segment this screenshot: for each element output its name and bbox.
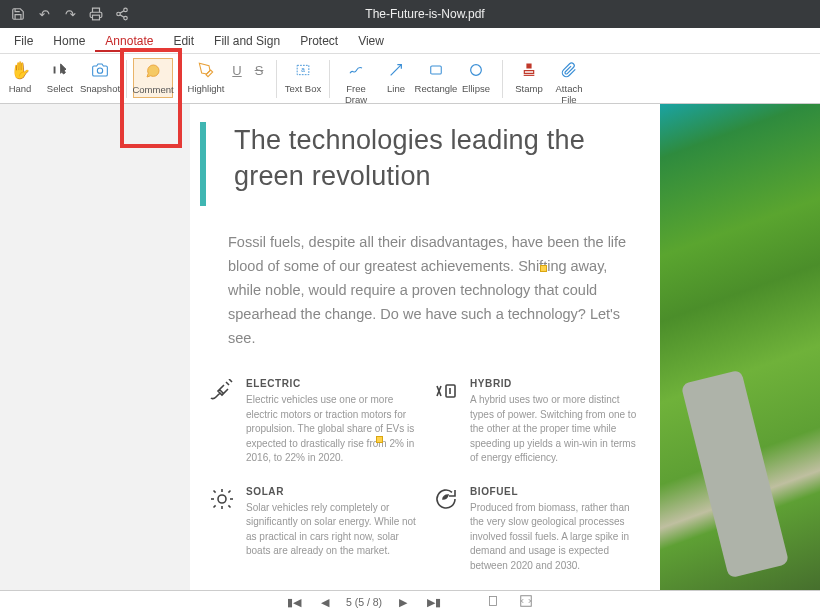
section-heading: HYBRID [470,378,640,389]
tool-label: Text Box [285,83,321,94]
tool-freedraw[interactable]: Free Draw [336,58,376,107]
section-body: Produced from biomass, rather than the v… [470,501,640,574]
last-page-button[interactable]: ▶▮ [424,596,444,608]
menu-home[interactable]: Home [43,30,95,52]
menu-fill-and-sign[interactable]: Fill and Sign [204,30,290,52]
document-page[interactable]: The technologies leading the green revol… [190,104,660,590]
toolbar-divider [502,60,503,98]
comment-icon [144,61,162,81]
toolbar-divider [329,60,330,98]
menu-file[interactable]: File [4,30,43,52]
svg-point-7 [97,68,102,73]
section-body: A hybrid uses two or more distinct types… [470,393,640,466]
svg-point-12 [471,65,482,76]
tool-label: Snapshot [80,83,120,94]
tool-label: Ellipse [462,83,490,94]
svg-rect-28 [521,595,532,606]
leaf-cycle-icon [434,486,460,574]
section-heading: BIOFUEL [470,486,640,497]
tool-rectangle[interactable]: Rectangle [416,58,456,96]
tool-label: Free Draw [336,83,376,105]
svg-line-4 [120,15,124,17]
tool-label: Select [47,83,73,94]
title-bar: ↶ ↷ The-Future-is-Now.pdf [0,0,820,28]
tool-highlight[interactable]: Highlight [186,58,226,96]
hand-icon: ✋ [10,60,31,80]
document-side-image [660,104,820,590]
svg-rect-11 [431,66,442,74]
tool-ellipse[interactable]: Ellipse [456,58,496,96]
page-heading: The technologies leading the green revol… [234,122,640,195]
tool-attach[interactable]: Attach File [549,58,589,107]
tool-label: Hand [9,83,32,94]
menu-annotate[interactable]: Annotate [95,30,163,52]
document-workspace: The technologies leading the green revol… [0,104,820,590]
tool-hand[interactable]: ✋ Hand [0,58,40,96]
share-icon[interactable] [112,4,132,24]
status-bar: ▮◀ ◀ 5 (5 / 8) ▶ ▶▮ [0,590,820,612]
tool-label: Rectangle [415,83,458,94]
plug-icon [210,378,236,466]
svg-line-14 [226,382,229,385]
section-heading: SOLAR [246,486,416,497]
menu-protect[interactable]: Protect [290,30,348,52]
svg-line-24 [214,505,216,507]
tool-snapshot[interactable]: Snapshot [80,58,120,96]
tool-label: Line [387,83,405,94]
stamp-icon [521,60,537,80]
heading-accent-bar [200,122,206,206]
tool-comment[interactable]: Comment [133,58,173,98]
page-indicator: 5 (5 / 8) [346,596,382,608]
tool-label: Comment [132,84,173,95]
svg-rect-27 [490,596,497,605]
svg-line-23 [228,490,230,492]
svg-point-1 [124,8,128,11]
highlight-icon [198,60,214,80]
tool-underline[interactable]: U [226,58,248,82]
tool-textbox[interactable]: a Text Box [283,58,323,96]
svg-line-10 [391,65,402,76]
underline-icon: U [232,60,241,80]
prev-page-button[interactable]: ◀ [318,596,332,608]
section-solar: SOLAR Solar vehicles rely completely or … [210,486,416,574]
save-icon[interactable] [8,4,28,24]
strikeout-icon: S [255,60,264,80]
first-page-button[interactable]: ▮◀ [284,596,304,608]
section-body: Solar vehicles rely completely or signif… [246,501,416,559]
tool-line[interactable]: Line [376,58,416,96]
tool-label: Attach File [549,83,589,105]
svg-line-26 [228,505,230,507]
rectangle-icon [428,60,444,80]
toolbar-divider [126,60,127,98]
section-electric: ELECTRIC Electric vehicles use one or mo… [210,378,416,466]
camera-icon [91,60,109,80]
pencil-icon [348,60,364,80]
tool-select[interactable]: I Select [40,58,80,96]
menu-edit[interactable]: Edit [163,30,204,52]
svg-text:I: I [53,65,56,75]
line-icon [388,60,404,80]
svg-point-3 [124,16,128,20]
sun-icon [210,486,236,574]
section-body: Electric vehicles use one or more electr… [246,393,416,466]
svg-line-15 [229,379,232,382]
print-icon[interactable] [86,4,106,24]
page-intro-paragraph: Fossil fuels, despite all their disadvan… [228,231,640,351]
section-biofuel: BIOFUEL Produced from biomass, rather th… [434,486,640,574]
next-page-button[interactable]: ▶ [396,596,410,608]
undo-icon[interactable]: ↶ [34,4,54,24]
svg-text:a: a [301,66,305,73]
comment-marker[interactable] [540,265,547,272]
textbox-icon: a [295,60,311,80]
fit-width-icon[interactable] [516,594,536,610]
fit-page-icon[interactable] [484,594,502,610]
tech-grid: ELECTRIC Electric vehicles use one or mo… [210,378,640,573]
section-hybrid: HYBRID A hybrid uses two or more distinc… [434,378,640,466]
tool-strikeout[interactable]: S [248,58,270,82]
redo-icon[interactable]: ↷ [60,4,80,24]
svg-line-5 [120,11,124,13]
comment-marker[interactable] [376,436,383,443]
fuel-battery-icon [434,378,460,466]
tool-stamp[interactable]: Stamp [509,58,549,96]
menu-view[interactable]: View [348,30,394,52]
